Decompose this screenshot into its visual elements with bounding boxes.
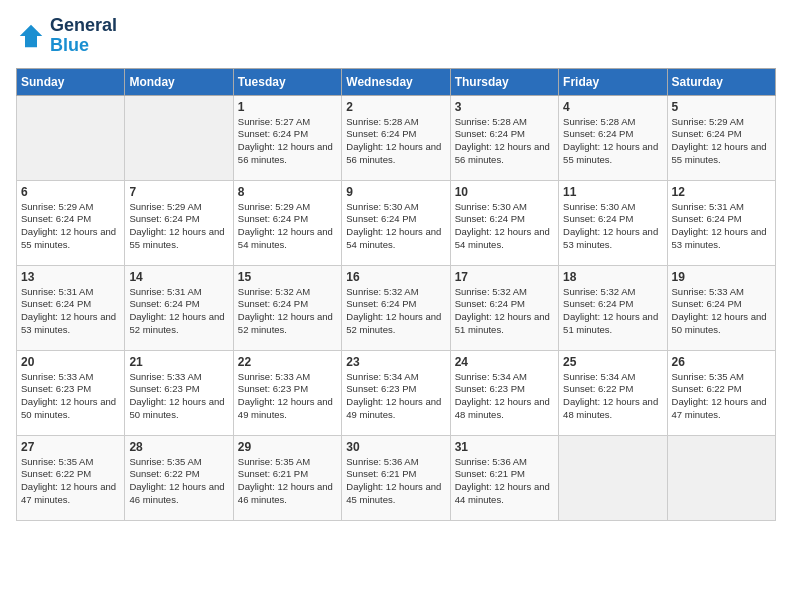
day-info: Sunrise: 5:35 AMSunset: 6:22 PMDaylight:… — [129, 456, 228, 507]
day-cell: 12Sunrise: 5:31 AMSunset: 6:24 PMDayligh… — [667, 180, 775, 265]
day-cell: 17Sunrise: 5:32 AMSunset: 6:24 PMDayligh… — [450, 265, 558, 350]
day-info: Sunrise: 5:28 AMSunset: 6:24 PMDaylight:… — [346, 116, 445, 167]
day-number: 17 — [455, 270, 554, 284]
day-cell: 6Sunrise: 5:29 AMSunset: 6:24 PMDaylight… — [17, 180, 125, 265]
day-number: 14 — [129, 270, 228, 284]
day-info: Sunrise: 5:28 AMSunset: 6:24 PMDaylight:… — [455, 116, 554, 167]
day-cell: 4Sunrise: 5:28 AMSunset: 6:24 PMDaylight… — [559, 95, 667, 180]
day-info: Sunrise: 5:29 AMSunset: 6:24 PMDaylight:… — [238, 201, 337, 252]
week-row-3: 13Sunrise: 5:31 AMSunset: 6:24 PMDayligh… — [17, 265, 776, 350]
day-number: 28 — [129, 440, 228, 454]
day-cell: 21Sunrise: 5:33 AMSunset: 6:23 PMDayligh… — [125, 350, 233, 435]
day-cell: 13Sunrise: 5:31 AMSunset: 6:24 PMDayligh… — [17, 265, 125, 350]
col-header-saturday: Saturday — [667, 68, 775, 95]
day-number: 11 — [563, 185, 662, 199]
day-info: Sunrise: 5:30 AMSunset: 6:24 PMDaylight:… — [346, 201, 445, 252]
day-info: Sunrise: 5:33 AMSunset: 6:23 PMDaylight:… — [21, 371, 120, 422]
week-row-1: 1Sunrise: 5:27 AMSunset: 6:24 PMDaylight… — [17, 95, 776, 180]
week-row-5: 27Sunrise: 5:35 AMSunset: 6:22 PMDayligh… — [17, 435, 776, 520]
day-info: Sunrise: 5:32 AMSunset: 6:24 PMDaylight:… — [346, 286, 445, 337]
day-cell: 31Sunrise: 5:36 AMSunset: 6:21 PMDayligh… — [450, 435, 558, 520]
day-number: 15 — [238, 270, 337, 284]
day-cell: 5Sunrise: 5:29 AMSunset: 6:24 PMDaylight… — [667, 95, 775, 180]
day-cell: 28Sunrise: 5:35 AMSunset: 6:22 PMDayligh… — [125, 435, 233, 520]
day-cell: 7Sunrise: 5:29 AMSunset: 6:24 PMDaylight… — [125, 180, 233, 265]
day-info: Sunrise: 5:33 AMSunset: 6:23 PMDaylight:… — [129, 371, 228, 422]
col-header-wednesday: Wednesday — [342, 68, 450, 95]
day-info: Sunrise: 5:28 AMSunset: 6:24 PMDaylight:… — [563, 116, 662, 167]
day-info: Sunrise: 5:32 AMSunset: 6:24 PMDaylight:… — [563, 286, 662, 337]
day-cell: 8Sunrise: 5:29 AMSunset: 6:24 PMDaylight… — [233, 180, 341, 265]
day-info: Sunrise: 5:31 AMSunset: 6:24 PMDaylight:… — [129, 286, 228, 337]
day-number: 12 — [672, 185, 771, 199]
day-number: 27 — [21, 440, 120, 454]
day-info: Sunrise: 5:35 AMSunset: 6:21 PMDaylight:… — [238, 456, 337, 507]
day-cell: 22Sunrise: 5:33 AMSunset: 6:23 PMDayligh… — [233, 350, 341, 435]
day-number: 4 — [563, 100, 662, 114]
day-number: 13 — [21, 270, 120, 284]
logo: General Blue — [16, 16, 117, 56]
day-info: Sunrise: 5:35 AMSunset: 6:22 PMDaylight:… — [672, 371, 771, 422]
day-cell: 16Sunrise: 5:32 AMSunset: 6:24 PMDayligh… — [342, 265, 450, 350]
day-cell: 9Sunrise: 5:30 AMSunset: 6:24 PMDaylight… — [342, 180, 450, 265]
day-number: 21 — [129, 355, 228, 369]
day-number: 23 — [346, 355, 445, 369]
day-cell — [125, 95, 233, 180]
day-cell: 26Sunrise: 5:35 AMSunset: 6:22 PMDayligh… — [667, 350, 775, 435]
day-number: 30 — [346, 440, 445, 454]
day-cell: 1Sunrise: 5:27 AMSunset: 6:24 PMDaylight… — [233, 95, 341, 180]
svg-marker-0 — [20, 25, 43, 48]
col-header-thursday: Thursday — [450, 68, 558, 95]
day-info: Sunrise: 5:34 AMSunset: 6:23 PMDaylight:… — [455, 371, 554, 422]
col-header-sunday: Sunday — [17, 68, 125, 95]
day-info: Sunrise: 5:33 AMSunset: 6:23 PMDaylight:… — [238, 371, 337, 422]
col-header-monday: Monday — [125, 68, 233, 95]
day-number: 26 — [672, 355, 771, 369]
day-cell — [559, 435, 667, 520]
page-header: General Blue — [16, 16, 776, 56]
day-number: 16 — [346, 270, 445, 284]
day-info: Sunrise: 5:32 AMSunset: 6:24 PMDaylight:… — [455, 286, 554, 337]
day-info: Sunrise: 5:36 AMSunset: 6:21 PMDaylight:… — [455, 456, 554, 507]
day-number: 6 — [21, 185, 120, 199]
day-cell: 24Sunrise: 5:34 AMSunset: 6:23 PMDayligh… — [450, 350, 558, 435]
day-info: Sunrise: 5:29 AMSunset: 6:24 PMDaylight:… — [129, 201, 228, 252]
day-info: Sunrise: 5:36 AMSunset: 6:21 PMDaylight:… — [346, 456, 445, 507]
logo-icon — [16, 21, 46, 51]
logo-name: General Blue — [50, 16, 117, 56]
day-cell: 18Sunrise: 5:32 AMSunset: 6:24 PMDayligh… — [559, 265, 667, 350]
day-info: Sunrise: 5:34 AMSunset: 6:23 PMDaylight:… — [346, 371, 445, 422]
week-row-4: 20Sunrise: 5:33 AMSunset: 6:23 PMDayligh… — [17, 350, 776, 435]
day-number: 29 — [238, 440, 337, 454]
day-cell: 19Sunrise: 5:33 AMSunset: 6:24 PMDayligh… — [667, 265, 775, 350]
day-info: Sunrise: 5:30 AMSunset: 6:24 PMDaylight:… — [563, 201, 662, 252]
day-cell: 3Sunrise: 5:28 AMSunset: 6:24 PMDaylight… — [450, 95, 558, 180]
col-header-friday: Friday — [559, 68, 667, 95]
day-number: 7 — [129, 185, 228, 199]
day-info: Sunrise: 5:32 AMSunset: 6:24 PMDaylight:… — [238, 286, 337, 337]
day-number: 1 — [238, 100, 337, 114]
calendar-table: SundayMondayTuesdayWednesdayThursdayFrid… — [16, 68, 776, 521]
day-number: 3 — [455, 100, 554, 114]
day-info: Sunrise: 5:34 AMSunset: 6:22 PMDaylight:… — [563, 371, 662, 422]
day-number: 18 — [563, 270, 662, 284]
day-cell: 27Sunrise: 5:35 AMSunset: 6:22 PMDayligh… — [17, 435, 125, 520]
day-info: Sunrise: 5:35 AMSunset: 6:22 PMDaylight:… — [21, 456, 120, 507]
day-number: 10 — [455, 185, 554, 199]
day-info: Sunrise: 5:31 AMSunset: 6:24 PMDaylight:… — [21, 286, 120, 337]
day-number: 22 — [238, 355, 337, 369]
day-info: Sunrise: 5:27 AMSunset: 6:24 PMDaylight:… — [238, 116, 337, 167]
day-cell: 15Sunrise: 5:32 AMSunset: 6:24 PMDayligh… — [233, 265, 341, 350]
day-number: 5 — [672, 100, 771, 114]
day-cell — [667, 435, 775, 520]
day-cell: 20Sunrise: 5:33 AMSunset: 6:23 PMDayligh… — [17, 350, 125, 435]
day-cell: 29Sunrise: 5:35 AMSunset: 6:21 PMDayligh… — [233, 435, 341, 520]
day-cell: 11Sunrise: 5:30 AMSunset: 6:24 PMDayligh… — [559, 180, 667, 265]
header-row: SundayMondayTuesdayWednesdayThursdayFrid… — [17, 68, 776, 95]
day-cell: 14Sunrise: 5:31 AMSunset: 6:24 PMDayligh… — [125, 265, 233, 350]
day-number: 2 — [346, 100, 445, 114]
day-cell: 30Sunrise: 5:36 AMSunset: 6:21 PMDayligh… — [342, 435, 450, 520]
day-number: 20 — [21, 355, 120, 369]
day-number: 8 — [238, 185, 337, 199]
col-header-tuesday: Tuesday — [233, 68, 341, 95]
